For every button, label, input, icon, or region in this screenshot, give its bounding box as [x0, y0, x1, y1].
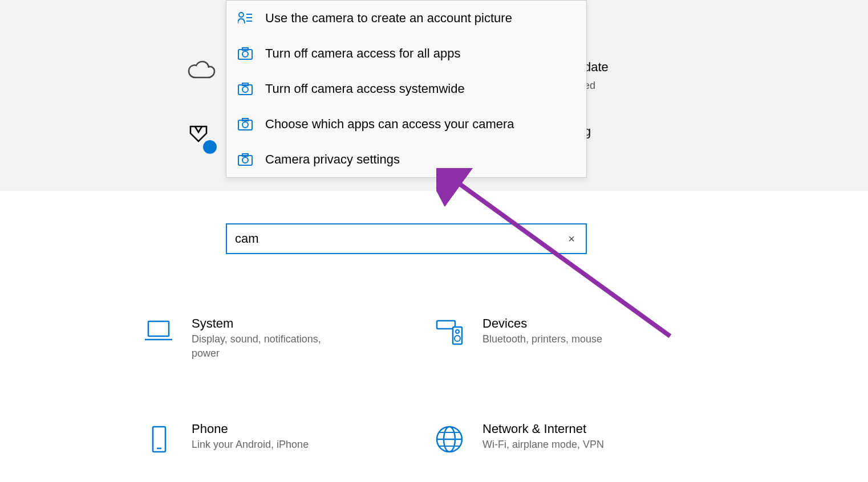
- dropdown-item-turn-off-all-apps[interactable]: Turn off camera access for all apps: [226, 36, 586, 71]
- camera-icon: [238, 46, 253, 61]
- dropdown-item-choose-apps[interactable]: Choose which apps can access your camera: [226, 107, 586, 142]
- dropdown-item-label: Turn off camera access systemwide: [265, 81, 465, 96]
- dropdown-item-label: Turn off camera access for all apps: [265, 46, 460, 61]
- camera-icon: [238, 117, 253, 132]
- phone-icon: [144, 424, 173, 454]
- svg-rect-17: [148, 321, 169, 336]
- dropdown-item-turn-off-systemwide[interactable]: Turn off camera access systemwide: [226, 71, 586, 107]
- category-subtitle: Bluetooth, printers, mouse: [482, 332, 602, 346]
- globe-icon: [435, 424, 464, 454]
- category-title: System: [192, 316, 346, 331]
- category-title: Phone: [192, 422, 309, 436]
- dropdown-item-label: Choose which apps can access your camera: [265, 117, 514, 132]
- svg-point-9: [242, 87, 248, 92]
- dropdown-item-camera-privacy[interactable]: Camera privacy settings: [226, 142, 586, 177]
- devices-icon: [435, 319, 464, 349]
- onedrive-icon: [185, 60, 217, 85]
- category-subtitle: Link your Android, iPhone: [192, 438, 309, 452]
- svg-point-15: [242, 157, 248, 163]
- svg-line-34: [453, 179, 670, 336]
- dropdown-item-label: Camera privacy settings: [265, 152, 400, 167]
- svg-point-1: [239, 13, 244, 17]
- rewards-icon: [185, 124, 220, 160]
- dropdown-item-account-picture[interactable]: Use the camera to create an account pict…: [226, 1, 586, 36]
- category-network[interactable]: Network & Internet Wi-Fi, airplane mode,…: [435, 422, 604, 454]
- search-suggestions-dropdown: Use the camera to create an account pict…: [226, 0, 587, 178]
- category-subtitle: Display, sound, notifications, power: [192, 332, 346, 361]
- category-devices[interactable]: Devices Bluetooth, printers, mouse: [435, 316, 602, 349]
- svg-point-12: [242, 122, 248, 128]
- svg-point-6: [242, 51, 248, 57]
- dropdown-item-label: Use the camera to create an account pict…: [265, 11, 512, 26]
- partial-text-update: date: [584, 60, 609, 75]
- search-input[interactable]: [227, 224, 557, 253]
- clear-search-button[interactable]: ×: [557, 224, 586, 253]
- category-title: Network & Internet: [482, 422, 604, 436]
- laptop-icon: [144, 319, 173, 349]
- category-title: Devices: [482, 316, 602, 331]
- camera-icon: [238, 81, 253, 96]
- svg-point-0: [203, 140, 217, 154]
- category-system[interactable]: System Display, sound, notifications, po…: [144, 316, 346, 361]
- category-subtitle: Wi-Fi, airplane mode, VPN: [482, 438, 604, 452]
- camera-icon: [238, 152, 253, 167]
- person-list-icon: [238, 11, 253, 26]
- settings-search-box[interactable]: ×: [226, 223, 587, 254]
- category-phone[interactable]: Phone Link your Android, iPhone: [144, 422, 309, 454]
